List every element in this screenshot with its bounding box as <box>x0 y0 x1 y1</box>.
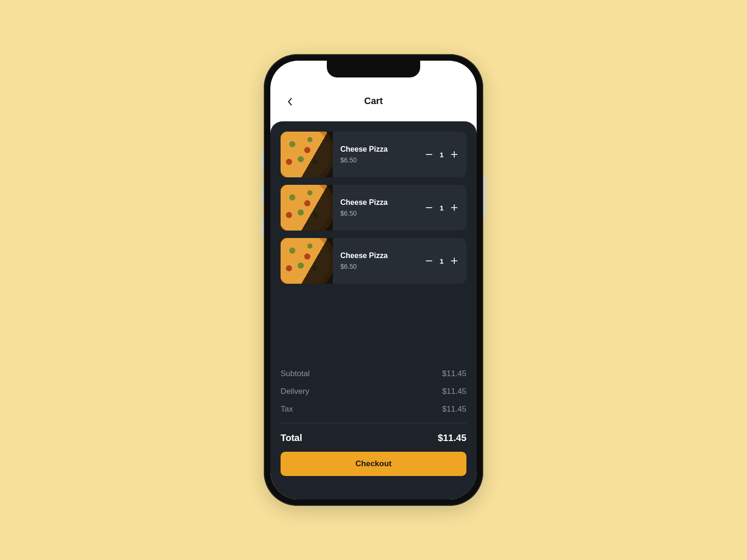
phone-screen: Cart Cheese Pizza $6.50 1 <box>270 61 477 499</box>
chevron-left-icon <box>288 98 292 105</box>
item-name: Cheese Pizza <box>340 145 418 154</box>
summary-divider <box>281 423 466 423</box>
quantity-value: 1 <box>439 151 444 159</box>
quantity-stepper: 1 <box>425 151 466 159</box>
cart-items-list: Cheese Pizza $6.50 1 <box>281 132 466 284</box>
cart-item: Cheese Pizza $6.50 1 <box>281 185 466 231</box>
cart-item: Cheese Pizza $6.50 1 <box>281 238 466 284</box>
summary-row-total: Total $11.45 <box>281 426 466 452</box>
svg-rect-3 <box>426 207 432 208</box>
order-summary: Subtotal $11.45 Delivery $11.45 Tax $11.… <box>281 356 466 476</box>
svg-rect-5 <box>451 207 458 208</box>
minus-icon <box>426 154 432 155</box>
subtotal-label: Subtotal <box>281 369 310 378</box>
total-label: Total <box>281 433 302 443</box>
decrement-button[interactable] <box>425 204 433 211</box>
tax-label: Tax <box>281 405 293 414</box>
plus-icon <box>451 204 458 211</box>
quantity-value: 1 <box>439 204 444 212</box>
item-info: Cheese Pizza $6.50 <box>333 145 425 164</box>
minus-icon <box>426 260 432 261</box>
quantity-stepper: 1 <box>425 204 466 212</box>
checkout-button[interactable]: Checkout <box>281 452 466 476</box>
svg-rect-2 <box>451 154 458 155</box>
svg-rect-6 <box>426 260 432 261</box>
svg-rect-8 <box>451 260 458 261</box>
delivery-label: Delivery <box>281 387 309 396</box>
minus-icon <box>426 207 432 208</box>
total-value: $11.45 <box>438 433 466 443</box>
item-thumbnail <box>281 132 333 177</box>
item-thumbnail <box>281 238 333 284</box>
quantity-stepper: 1 <box>425 257 466 265</box>
cart-panel: Cheese Pizza $6.50 1 <box>270 121 477 499</box>
subtotal-value: $11.45 <box>442 369 466 378</box>
phone-frame: Cart Cheese Pizza $6.50 1 <box>264 54 483 506</box>
increment-button[interactable] <box>451 151 458 158</box>
summary-row-subtotal: Subtotal $11.45 <box>281 365 466 383</box>
phone-notch <box>327 61 420 77</box>
page-title: Cart <box>364 96 383 106</box>
summary-row-delivery: Delivery $11.45 <box>281 383 466 400</box>
cart-item: Cheese Pizza $6.50 1 <box>281 132 466 177</box>
delivery-value: $11.45 <box>442 387 466 396</box>
back-button[interactable] <box>283 95 296 108</box>
increment-button[interactable] <box>451 204 458 211</box>
increment-button[interactable] <box>451 257 458 265</box>
svg-rect-0 <box>426 154 432 155</box>
item-price: $6.50 <box>340 156 418 164</box>
item-info: Cheese Pizza $6.50 <box>333 198 425 217</box>
item-price: $6.50 <box>340 210 418 217</box>
item-name: Cheese Pizza <box>340 198 418 207</box>
plus-icon <box>451 151 458 158</box>
item-info: Cheese Pizza $6.50 <box>333 252 425 270</box>
item-thumbnail <box>281 185 333 231</box>
summary-row-tax: Tax $11.45 <box>281 400 466 418</box>
decrement-button[interactable] <box>425 151 433 158</box>
decrement-button[interactable] <box>425 257 433 265</box>
item-price: $6.50 <box>340 263 418 270</box>
item-name: Cheese Pizza <box>340 252 418 260</box>
plus-icon <box>451 258 458 264</box>
tax-value: $11.45 <box>442 405 466 414</box>
quantity-value: 1 <box>439 257 444 265</box>
